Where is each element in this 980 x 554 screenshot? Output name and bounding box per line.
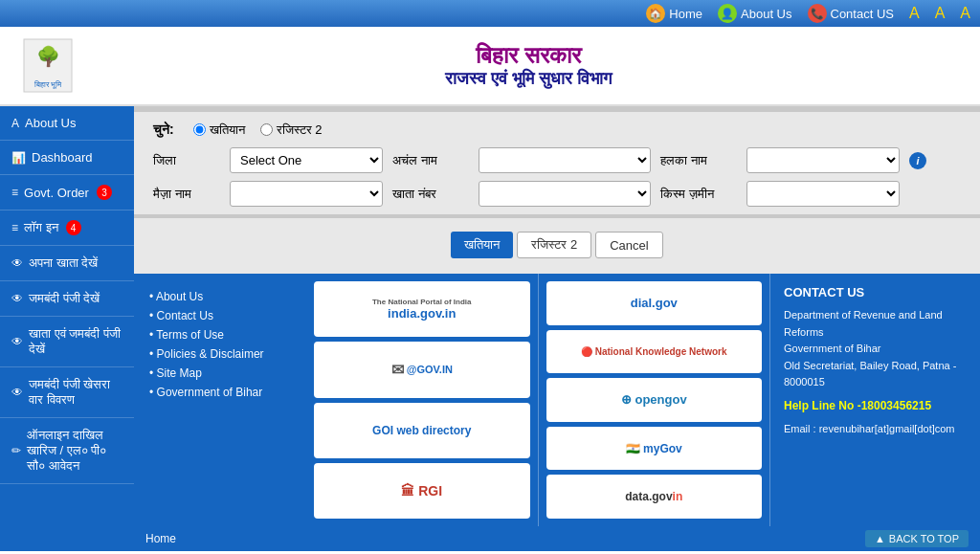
sidebar-item-jambandi[interactable]: 👁 जमबंदी पंजी देखें	[0, 281, 134, 317]
radio-register2[interactable]: रजिस्टर 2	[260, 122, 323, 138]
sidebar-item-apna-khata[interactable]: 👁 अपना खाता देखें	[0, 246, 134, 281]
logo-dial-gov[interactable]: dial.gov	[546, 281, 763, 325]
contact-nav-label: Contact US	[831, 7, 894, 21]
footer-links: About Us Contact Us Terms of Use Policie…	[134, 274, 306, 526]
sidebar-item-dashboard[interactable]: 📊 Dashboard	[0, 141, 134, 175]
info-icon[interactable]: i	[909, 152, 926, 169]
radio-khatiyan[interactable]: खतियान	[193, 122, 245, 138]
logo-india-gov[interactable]: The National Portal of Indiaindia.gov.in	[314, 281, 530, 337]
grey-strip-mid	[134, 214, 980, 218]
radio-register2-label: रजिस्टर 2	[277, 122, 323, 138]
logo-nkn[interactable]: 🔴 National Knowledge Network	[546, 330, 763, 374]
footer-link-govt[interactable]: Government of Bihar	[149, 383, 291, 402]
logo-goi-web[interactable]: GOI web directory	[314, 403, 530, 458]
lang-icon-1[interactable]: A	[909, 5, 920, 22]
anchal-select[interactable]	[479, 147, 651, 173]
radio-register2-input[interactable]	[260, 123, 273, 136]
top-navigation: 🏠 Home 👤 About Us 📞 Contact US A A A	[0, 0, 980, 27]
bottom-home-link[interactable]: Home	[145, 532, 176, 545]
sidebar-label-dashboard: Dashboard	[32, 150, 93, 165]
form-row-2: मैज़ा नाम खाता नंबर किस्म ज़मीन	[153, 181, 961, 207]
about-us-icon: A	[11, 117, 19, 130]
sidebar-label-khata-jambandi: खाता एवं जमबंदी पंजी देखें	[29, 326, 122, 357]
contact-email: Email : revenubihar[at]gmail[dot]com	[784, 421, 967, 438]
jambandi-khasra-icon: 👁	[11, 386, 23, 399]
lang-icon-3[interactable]: A	[960, 5, 970, 22]
kisam-select[interactable]	[746, 181, 900, 207]
action-row: खतियान रजिस्टर 2 Cancel	[153, 226, 961, 264]
form-row-1: जिला Select One अचंल नाम हलका नाम i	[153, 147, 961, 173]
form-tabs-row: चुने: खतियान रजिस्टर 2	[153, 122, 961, 138]
home-nav-label: Home	[669, 7, 702, 21]
jila-label: जिला	[153, 153, 220, 168]
sidebar-label-login: लॉग इन	[24, 220, 58, 235]
footer-link-sitemap[interactable]: Site Map	[149, 364, 291, 383]
footer-logos-right: dial.gov 🔴 National Knowledge Network ⊕ …	[538, 274, 770, 526]
footer-logos-left: The National Portal of Indiaindia.gov.in…	[306, 274, 538, 526]
radio-khatiyan-label: खतियान	[210, 122, 245, 138]
about-nav-item[interactable]: 👤 About Us	[718, 4, 791, 23]
anchal-label: अचंल नाम	[392, 153, 469, 168]
jila-select[interactable]: Select One	[230, 147, 383, 173]
home-icon: 🏠	[646, 4, 665, 23]
govt-order-icon: ≡	[11, 186, 18, 199]
footer-link-contact[interactable]: Contact Us	[149, 306, 291, 325]
contact-address: Old Secretariat, Bailey Road, Patna - 80…	[784, 358, 967, 391]
svg-text:बिहार भूमि: बिहार भूमि	[33, 80, 62, 89]
footer-link-about[interactable]: About Us	[149, 287, 291, 306]
sidebar-label-online-dakhil: ऑनलाइन दाखिल खारिज / एल० पी० सौ० आवेदन	[27, 428, 122, 474]
bihar-logo: 🌳 बिहार भूमि	[19, 34, 77, 97]
govt-order-badge: 3	[97, 185, 112, 200]
sidebar-label-apna-khata: अपना खाता देखें	[29, 255, 98, 271]
content-area: चुने: खतियान रजिस्टर 2 जिला Select One	[134, 106, 980, 551]
halka-select[interactable]	[746, 147, 900, 173]
logo-data-gov[interactable]: data.govin	[546, 475, 763, 519]
sidebar-label-jambandi-khasra: जमबंदी पंजी खेसरा वार विवरण	[29, 377, 122, 408]
sidebar: A About Us 📊 Dashboard ≡ Govt. Order 3 ≡…	[0, 106, 134, 551]
footer-links-list: About Us Contact Us Terms of Use Policie…	[149, 287, 291, 402]
bottom-bar: Home ▲ BACK TO TOP	[134, 526, 980, 551]
home-nav-item[interactable]: 🏠 Home	[646, 4, 702, 23]
khata-jambandi-icon: 👁	[11, 335, 23, 348]
logo-mygov[interactable]: 🇮🇳 myGov	[546, 427, 763, 471]
lang-icon-2[interactable]: A	[935, 5, 946, 22]
sidebar-label-govt-order: Govt. Order	[24, 186, 89, 200]
khata-label: खाता नंबर	[392, 187, 469, 202]
sidebar-label-about-us: About Us	[25, 116, 76, 130]
page-header: 🌳 बिहार भूमि बिहार सरकार राजस्व एवं भूमि…	[0, 27, 980, 106]
sidebar-label-jambandi: जमबंदी पंजी देखें	[29, 291, 100, 306]
svg-text:🌳: 🌳	[36, 45, 60, 68]
back-to-top-button[interactable]: ▲ BACK TO TOP	[865, 530, 969, 547]
footer-link-policies[interactable]: Policies & Disclaimer	[149, 344, 291, 364]
logo-at-gov[interactable]: ✉ @GOV.IN	[314, 342, 530, 397]
sidebar-item-online-dakhil[interactable]: ✏ ऑनलाइन दाखिल खारिज / एल० पी० सौ० आवेदन	[0, 418, 134, 484]
mauza-select[interactable]	[230, 181, 383, 207]
sidebar-item-login[interactable]: ≡ लॉग इन 4	[0, 211, 134, 246]
logo-opengov[interactable]: ⊕ opengov	[546, 378, 763, 422]
header-line2: राजस्व एवं भूमि सुधार विभाग	[96, 69, 961, 89]
back-to-top-label: BACK TO TOP	[889, 533, 959, 544]
back-to-top-arrow: ▲	[875, 533, 885, 544]
btn-cancel[interactable]: Cancel	[595, 232, 662, 258]
contact-govt: Government of Bihar	[784, 341, 967, 358]
dashboard-icon: 📊	[11, 151, 26, 165]
sidebar-item-govt-order[interactable]: ≡ Govt. Order 3	[0, 175, 134, 211]
footer-link-terms[interactable]: Terms of Use	[149, 325, 291, 344]
contact-nav-item[interactable]: 📞 Contact US	[808, 4, 894, 23]
sidebar-item-khata-jambandi[interactable]: 👁 खाता एवं जमबंदी पंजी देखें	[0, 317, 134, 367]
radio-khatiyan-input[interactable]	[193, 123, 206, 136]
sidebar-item-jambandi-khasra[interactable]: 👁 जमबंदी पंजी खेसरा वार विवरण	[0, 367, 134, 418]
helpline[interactable]: Help Line No -18003456215	[784, 397, 967, 415]
btn-khatiyan[interactable]: खतियान	[451, 232, 513, 258]
contact-text: Department of Revenue and Land Reforms G…	[784, 307, 967, 438]
btn-register2[interactable]: रजिस्टर 2	[517, 232, 591, 258]
radio-group: खतियान रजिस्टर 2	[193, 122, 323, 138]
khata-select[interactable]	[479, 181, 651, 207]
footer-section: About Us Contact Us Terms of Use Policie…	[134, 274, 980, 526]
mauza-label: मैज़ा नाम	[153, 187, 220, 202]
kisam-label: किस्म ज़मीन	[660, 187, 737, 202]
main-layout: A About Us 📊 Dashboard ≡ Govt. Order 3 ≡…	[0, 106, 980, 551]
sidebar-item-about-us[interactable]: A About Us	[0, 106, 134, 141]
chune-label: चुने:	[153, 122, 174, 138]
logo-rgi[interactable]: 🏛 RGI	[314, 463, 530, 519]
